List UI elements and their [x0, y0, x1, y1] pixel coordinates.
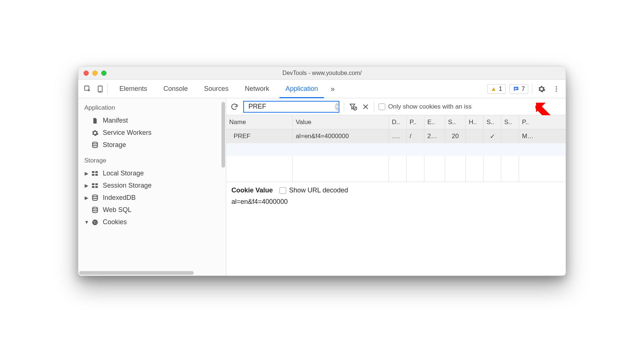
sidebar-item-label: Storage	[103, 141, 126, 149]
col-domain[interactable]: D..	[389, 115, 407, 129]
sidebar-item-label: Cookies	[103, 218, 127, 226]
cell-domain: ….	[389, 129, 407, 143]
cell-samesite	[501, 129, 519, 143]
col-samesite[interactable]: S..	[501, 115, 519, 129]
database-icon	[91, 206, 99, 214]
toolbar-right: ▲ 1 7	[487, 83, 562, 95]
sidebar-v-scrollbar[interactable]	[221, 102, 225, 168]
tab-network[interactable]: Network	[237, 80, 277, 98]
sidebar-item-label: Web SQL	[103, 206, 132, 214]
sidebar-group-application: Application	[78, 98, 226, 114]
database-icon	[91, 141, 99, 149]
clear-filter-icon[interactable]: ✕	[335, 103, 339, 110]
col-priority[interactable]: P..	[519, 115, 540, 129]
separator	[532, 83, 532, 95]
devtools-window: DevTools - www.youtube.com/ Elements Con…	[78, 66, 566, 276]
svg-point-19	[92, 219, 98, 225]
svg-rect-9	[92, 171, 95, 173]
sidebar-h-scrollbar[interactable]	[79, 271, 194, 275]
svg-rect-15	[92, 186, 95, 188]
tab-elements[interactable]: Elements	[111, 80, 155, 98]
devtools-toolbar: Elements Console Sources Network Applica…	[78, 80, 566, 98]
tabs-overflow[interactable]: »	[326, 80, 339, 98]
sidebar-item-session-storage[interactable]: ▶ Session Storage	[78, 179, 226, 192]
separator	[344, 102, 344, 112]
svg-rect-3	[515, 88, 518, 89]
show-url-decoded-option[interactable]: Show URL decoded	[279, 187, 348, 194]
cell-value: al=en&f4=4000000	[293, 129, 389, 143]
cookies-toolbar: ✕ Only show cookies with an iss	[226, 98, 566, 115]
sidebar-item-storage[interactable]: Storage	[78, 139, 226, 151]
window-maximize-button[interactable]	[101, 71, 106, 76]
settings-gear-icon[interactable]	[536, 83, 547, 95]
tab-application[interactable]: Application	[277, 80, 326, 98]
svg-point-17	[92, 195, 97, 196]
chevron-right-icon: ▶	[84, 171, 89, 176]
window-minimize-button[interactable]	[92, 71, 98, 76]
sidebar-item-websql[interactable]: Web SQL	[78, 204, 226, 216]
svg-rect-14	[95, 183, 98, 185]
col-httponly[interactable]: H..	[466, 115, 484, 129]
only-issues-checkbox[interactable]	[379, 103, 385, 110]
sidebar-group-storage: Storage	[78, 151, 226, 167]
svg-point-20	[94, 221, 95, 222]
content-area: Application Manifest Service Workers	[78, 98, 566, 276]
table-row[interactable]: PREF al=en&f4=4000000 …. / 2… 20 ✓ M…	[226, 129, 566, 143]
svg-rect-10	[95, 171, 98, 173]
separator	[107, 83, 108, 95]
tab-console[interactable]: Console	[155, 80, 196, 98]
cell-expires: 2…	[424, 129, 445, 143]
clear-all-filter-icon[interactable]	[349, 103, 357, 111]
cell-priority: M…	[519, 129, 540, 143]
sidebar-item-label: IndexedDB	[103, 194, 136, 202]
filter-input[interactable]	[248, 102, 335, 111]
inspect-element-icon[interactable]	[82, 83, 93, 95]
svg-rect-13	[92, 183, 95, 185]
window-close-button[interactable]	[84, 71, 89, 76]
device-toolbar-icon[interactable]	[95, 83, 106, 95]
sidebar-item-label: Service Workers	[103, 129, 152, 137]
messages-count: 7	[522, 85, 525, 93]
svg-point-5	[556, 86, 557, 87]
warning-triangle-icon: ▲	[491, 86, 496, 92]
col-value[interactable]: Value	[293, 115, 389, 129]
col-name[interactable]: Name	[226, 115, 293, 129]
table-header: Name Value D.. P.. E.. S.. H.. S.. S.. P…	[226, 115, 566, 129]
window-titlebar: DevTools - www.youtube.com/	[78, 66, 566, 80]
sidebar-item-label: Local Storage	[103, 170, 144, 177]
delete-cookie-icon[interactable]	[362, 103, 369, 110]
cell-httponly	[466, 129, 484, 143]
svg-line-25	[354, 107, 356, 109]
only-issues-option[interactable]: Only show cookies with an iss	[379, 103, 472, 110]
show-url-decoded-checkbox[interactable]	[279, 187, 286, 194]
reload-icon[interactable]	[230, 102, 239, 111]
sidebar-item-cookies[interactable]: ▼ Cookies	[78, 216, 226, 228]
gear-icon	[91, 129, 99, 137]
svg-rect-11	[92, 174, 95, 175]
svg-point-8	[92, 142, 97, 144]
warnings-count: 1	[499, 85, 502, 93]
more-vertical-icon[interactable]	[551, 83, 562, 95]
sidebar-item-local-storage[interactable]: ▶ Local Storage	[78, 167, 226, 179]
filter-input-box: ✕	[243, 101, 339, 113]
cell-secure: ✓	[484, 129, 501, 143]
col-size[interactable]: S..	[445, 115, 466, 129]
svg-point-7	[556, 90, 557, 92]
sidebar-item-manifest[interactable]: Manifest	[78, 114, 226, 127]
grid-icon	[91, 182, 99, 189]
sidebar-item-indexeddb[interactable]: ▶ IndexedDB	[78, 192, 226, 204]
col-path[interactable]: P..	[407, 115, 424, 129]
tab-sources[interactable]: Sources	[196, 80, 237, 98]
window-title: DevTools - www.youtube.com/	[78, 70, 566, 76]
warnings-badge[interactable]: ▲ 1	[487, 84, 505, 94]
col-expires[interactable]: E..	[424, 115, 445, 129]
sidebar-item-label: Session Storage	[103, 182, 152, 189]
message-bubble-icon	[513, 86, 519, 92]
svg-rect-12	[95, 174, 98, 175]
sidebar-item-service-workers[interactable]: Service Workers	[78, 127, 226, 139]
messages-badge[interactable]: 7	[509, 84, 528, 94]
cell-name: PREF	[226, 129, 293, 143]
chevron-right-icon: ▶	[84, 195, 89, 201]
col-secure[interactable]: S..	[484, 115, 501, 129]
cookie-icon	[91, 219, 99, 226]
